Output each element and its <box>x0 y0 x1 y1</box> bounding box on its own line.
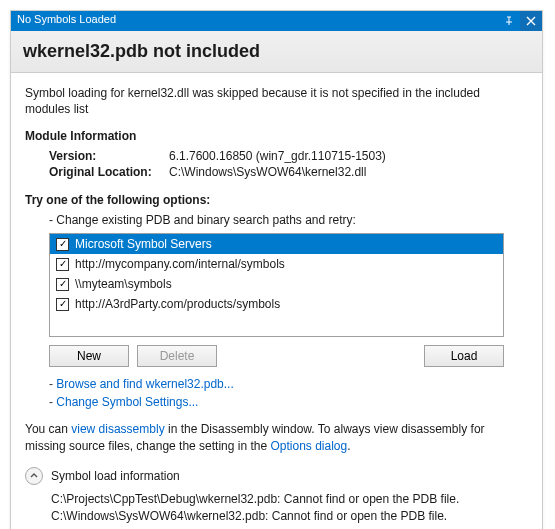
body: Symbol loading for kernel32.dll was skip… <box>11 73 542 529</box>
load-info-expander[interactable]: Symbol load information <box>25 467 528 485</box>
list-item[interactable]: ✓ http://A3rdParty.com/products/symbols <box>50 294 503 314</box>
titlebar: No Symbols Loaded <box>11 11 542 31</box>
list-item[interactable]: ✓ Microsoft Symbol Servers <box>50 234 503 254</box>
checkbox-icon[interactable]: ✓ <box>56 238 69 251</box>
load-info-heading: Symbol load information <box>51 469 180 483</box>
symbol-settings-link[interactable]: Change Symbol Settings... <box>56 395 198 409</box>
version-value: 6.1.7600.16850 (win7_gdr.110715-1503) <box>169 149 386 163</box>
text: . <box>347 439 350 453</box>
button-row: New Delete Load <box>49 345 504 367</box>
options-heading: Try one of the following options: <box>25 193 528 207</box>
list-item-label: http://mycompany.com/internal/symbols <box>75 257 285 271</box>
location-label: Original Location: <box>49 165 169 179</box>
options-dialog-link[interactable]: Options dialog <box>270 439 347 453</box>
list-item-label: Microsoft Symbol Servers <box>75 237 212 251</box>
module-info-heading: Module Information <box>25 129 528 143</box>
settings-link-line: Change Symbol Settings... <box>25 395 528 409</box>
list-item[interactable]: ✓ http://mycompany.com/internal/symbols <box>50 254 503 274</box>
chevron-up-icon <box>25 467 43 485</box>
view-disassembly-link[interactable]: view disassembly <box>71 422 164 436</box>
new-button[interactable]: New <box>49 345 129 367</box>
close-icon[interactable] <box>520 11 542 31</box>
skip-message: Symbol loading for kernel32.dll was skip… <box>25 85 528 117</box>
version-label: Version: <box>49 149 169 163</box>
load-info-line: C:\Projects\CppTest\Debug\wkernel32.pdb:… <box>51 491 528 508</box>
checkbox-icon[interactable]: ✓ <box>56 298 69 311</box>
browse-link[interactable]: Browse and find wkernel32.pdb... <box>56 377 233 391</box>
list-item[interactable]: ✓ \\myteam\symbols <box>50 274 503 294</box>
location-row: Original Location: C:\Windows\SysWOW64\k… <box>25 165 528 179</box>
symbol-paths-listbox[interactable]: ✓ Microsoft Symbol Servers ✓ http://myco… <box>49 233 504 337</box>
change-paths-label: - Change existing PDB and binary search … <box>25 213 528 227</box>
checkbox-icon[interactable]: ✓ <box>56 278 69 291</box>
checkbox-icon[interactable]: ✓ <box>56 258 69 271</box>
no-symbols-panel: No Symbols Loaded wkernel32.pdb not incl… <box>10 10 543 529</box>
list-item-label: http://A3rdParty.com/products/symbols <box>75 297 280 311</box>
pin-icon[interactable] <box>498 11 520 31</box>
load-info-body: C:\Projects\CppTest\Debug\wkernel32.pdb:… <box>25 491 528 526</box>
disassembly-para: You can view disassembly in the Disassem… <box>25 421 528 455</box>
load-info-line: C:\Windows\SysWOW64\wkernel32.pdb: Canno… <box>51 508 528 525</box>
window-title: No Symbols Loaded <box>11 11 498 31</box>
page-title: wkernel32.pdb not included <box>11 31 542 73</box>
browse-link-line: Browse and find wkernel32.pdb... <box>25 377 528 391</box>
delete-button[interactable]: Delete <box>137 345 217 367</box>
load-button[interactable]: Load <box>424 345 504 367</box>
version-row: Version: 6.1.7600.16850 (win7_gdr.110715… <box>25 149 528 163</box>
text: You can <box>25 422 71 436</box>
list-item-label: \\myteam\symbols <box>75 277 172 291</box>
location-value: C:\Windows\SysWOW64\kernel32.dll <box>169 165 366 179</box>
